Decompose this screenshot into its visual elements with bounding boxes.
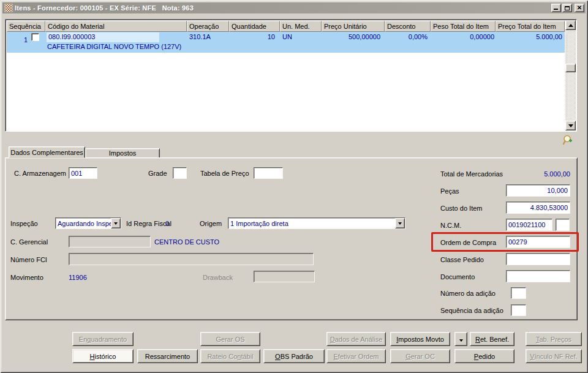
- chevron-down-icon: [459, 339, 463, 344]
- col-header-sequencia[interactable]: Sequência: [7, 21, 45, 32]
- cell-operacao: 310.1A: [187, 32, 229, 53]
- grid-header-row: Sequência Código do Material Operação Qu…: [7, 21, 565, 32]
- title-bar[interactable]: Itens - Fornecedor: 000105 - EX Série: N…: [2, 2, 586, 13]
- col-header-desconto[interactable]: Desconto: [385, 21, 431, 32]
- custo-item-label: Custo do Item: [440, 205, 482, 212]
- movimento-label: Movimento: [10, 274, 43, 281]
- impostos-movto-button[interactable]: Impostos Movto: [390, 332, 450, 346]
- origem-label: Origem: [200, 220, 222, 227]
- arrow-down-icon: [568, 124, 573, 130]
- tab-impostos[interactable]: Impostos: [85, 148, 160, 158]
- ncm-ex-field[interactable]: [556, 219, 570, 231]
- origem-dropdown[interactable]: 1 Importação direta: [228, 217, 405, 229]
- inspecao-dropdown-arrow[interactable]: [111, 218, 121, 228]
- origem-value: 1 Importação direta: [228, 220, 395, 227]
- impostos-movto-dropdown-button[interactable]: [454, 332, 467, 346]
- gerar-os-button: Gerar OS: [200, 332, 260, 346]
- ressarcimento-button[interactable]: Ressarcimento: [137, 349, 198, 363]
- tab-precos-button: Tab. Preços: [526, 332, 582, 346]
- inspecao-dropdown[interactable]: Aguardando Inspeção: [55, 217, 121, 229]
- dados-de-analise-button: Dados de Análise: [326, 332, 386, 346]
- enquadramento-button: Enquadramento: [72, 332, 134, 346]
- ret-benef-button[interactable]: Ret. Benef.: [470, 332, 514, 346]
- grid-vertical-scrollbar[interactable]: [565, 20, 576, 130]
- codigo-material-value[interactable]: 080.I99.000003: [47, 32, 159, 42]
- col-header-un-med[interactable]: Un. Med.: [280, 21, 322, 32]
- scroll-down-button[interactable]: [565, 121, 576, 130]
- numero-adicao-field[interactable]: [511, 287, 526, 299]
- material-description: CAFETEIRA DIGITAL NOVO TEMPO (127V): [47, 43, 181, 50]
- table-row[interactable]: 1 080.I99.000003 310.1A 10 UN 500,00000 …: [7, 32, 565, 53]
- col-header-peso-total[interactable]: Peso Total do Item: [431, 21, 496, 32]
- sequencia-adicao-field[interactable]: [511, 304, 526, 316]
- chevron-down-icon: [398, 222, 402, 227]
- col-header-quantidade[interactable]: Quantidade: [229, 21, 280, 32]
- id-regra-fiscal-value: 0: [165, 220, 169, 227]
- grade-field[interactable]: [173, 167, 187, 179]
- close-icon: ✕: [575, 4, 584, 12]
- dados-complementares-panel: C. Armazenagem Grade Tabela de Preço Ins…: [5, 157, 578, 320]
- total-mercadorias-label: Total de Mercadorias: [440, 170, 503, 178]
- obs-padrao-button[interactable]: OBS Padrão: [263, 349, 325, 363]
- drawback-label: Drawback: [203, 274, 233, 281]
- row-number: 1: [21, 36, 30, 43]
- inspecao-label: Inspeção: [10, 220, 38, 227]
- items-window: Itens - Fornecedor: 000105 - EX Série: N…: [0, 0, 588, 373]
- items-grid: Sequência Código do Material Operação Qu…: [7, 21, 565, 130]
- inspecao-value: Aguardando Inspeção: [56, 220, 111, 227]
- ncm-label: N.C.M.: [440, 222, 461, 229]
- minimize-icon: [554, 9, 558, 10]
- col-header-preco-unitario[interactable]: Preço Unitário: [322, 21, 385, 32]
- window-title: Itens - Fornecedor: 000105 - EX Série: N…: [15, 4, 194, 12]
- origem-dropdown-arrow[interactable]: [395, 218, 405, 228]
- documento-field[interactable]: [506, 270, 570, 282]
- maximize-button[interactable]: [562, 4, 572, 12]
- screen: Itens - Fornecedor: 000105 - EX Série: N…: [0, 0, 588, 373]
- c-gerencial-field: [69, 236, 151, 247]
- col-header-codigo[interactable]: Código do Material: [45, 21, 187, 32]
- total-mercadorias-value: 5.000,00: [502, 170, 570, 178]
- col-header-preco-total[interactable]: Preço Total do Item: [496, 21, 565, 32]
- arrow-up-icon: [568, 21, 573, 27]
- sequencia-adicao-label: Sequência da adição: [440, 307, 503, 314]
- cell-preco-unitario: 500,00000: [322, 32, 385, 53]
- c-armazenagem-label: C. Armazenagem: [14, 170, 66, 177]
- c-gerencial-caption: CENTRO DE CUSTO: [154, 238, 219, 246]
- vinculo-nf-ref-button: Vínculo NF Ref.: [526, 349, 582, 363]
- ordem-compra-highlight-box: [431, 232, 579, 252]
- app-icon: [4, 4, 13, 12]
- pecas-field[interactable]: [506, 184, 570, 197]
- cell-peso-total: 0,00000: [431, 32, 496, 53]
- c-gerencial-label: C. Gerencial: [10, 238, 48, 246]
- tab-dados-complementares[interactable]: Dados Complementares: [9, 146, 85, 158]
- efetivar-ordem-button: Efetivar Ordem: [326, 349, 386, 363]
- documento-label: Documento: [440, 273, 475, 281]
- classe-pedido-field[interactable]: [506, 253, 570, 265]
- minimize-button[interactable]: [551, 4, 561, 12]
- chevron-down-icon: [114, 222, 118, 227]
- numero-fci-label: Número FCI: [10, 256, 47, 263]
- cell-sequencia: 1: [7, 32, 45, 53]
- tabela-preco-field[interactable]: [254, 167, 283, 179]
- movimento-value: 11906: [69, 274, 87, 281]
- scroll-up-button[interactable]: [565, 20, 576, 30]
- zoom-button[interactable]: [562, 134, 574, 146]
- close-button[interactable]: ✕: [575, 4, 584, 12]
- col-header-operacao[interactable]: Operação: [187, 21, 229, 32]
- pedido-button[interactable]: Pedido: [454, 349, 514, 363]
- cell-quantidade: 10: [229, 32, 280, 53]
- magnifier-plus-icon: [562, 134, 574, 146]
- gerar-oc-button: Gerar OC: [390, 349, 450, 363]
- scrollbar-thumb[interactable]: [565, 64, 576, 72]
- numero-adicao-label: Número da adição: [440, 290, 496, 297]
- row-checkbox[interactable]: [31, 33, 39, 41]
- cell-desconto: 0,00%: [385, 32, 431, 53]
- custo-item-field[interactable]: [506, 202, 570, 214]
- id-regra-fiscal-label: Id Regra Fiscal: [126, 220, 172, 227]
- historico-button[interactable]: Histórico: [72, 349, 134, 363]
- cell-un-med: UN: [280, 32, 322, 53]
- pecas-label: Peças: [440, 187, 459, 195]
- c-armazenagem-field[interactable]: [69, 167, 97, 179]
- cell-preco-total: 5.000,00: [496, 32, 565, 53]
- ncm-field[interactable]: [506, 219, 552, 231]
